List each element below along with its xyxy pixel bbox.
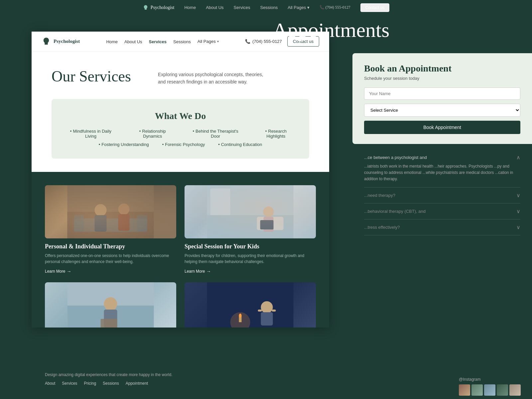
main-logo-area: Psychologist	[42, 37, 80, 46]
items-row-2: •Fostering Understanding •Forensic Psych…	[65, 142, 296, 147]
services-description: Exploring various psychological concepts…	[158, 68, 264, 86]
svg-rect-0	[67, 185, 154, 238]
faq-item-2: ...need therapy? ∨	[364, 188, 520, 203]
top-contact-button[interactable]: Contact us	[360, 3, 389, 12]
top-nav-sessions[interactable]: Sessions	[260, 5, 278, 10]
svg-point-26	[261, 301, 273, 313]
nav-sessions[interactable]: Sessions	[173, 39, 191, 44]
footer-link-pricing[interactable]: Pricing	[84, 381, 96, 386]
instagram-thumb-5[interactable]	[509, 384, 521, 396]
item-tag-3: •Behind the Therapist's Door	[189, 129, 243, 139]
card-2-desc: Provides therapy for children, supportin…	[185, 253, 316, 265]
instagram-grid	[459, 384, 525, 396]
svg-rect-10	[207, 215, 294, 238]
faq-question-2[interactable]: ...need therapy? ∨	[364, 192, 520, 199]
footer-link-about[interactable]: About	[45, 381, 55, 386]
what-we-do-title: What We Do	[65, 111, 296, 121]
item-tag-6: •Forensic Psychology	[162, 142, 205, 147]
instagram-thumb-2[interactable]	[471, 384, 483, 396]
footer-area: Design amazing digital experiences that …	[32, 366, 532, 399]
svg-rect-27	[261, 312, 273, 326]
main-logo-text: Psychologist	[54, 39, 80, 44]
services-title: Our Services	[52, 68, 138, 85]
faq-chevron-1-icon: ∧	[516, 154, 520, 161]
card-2-arrow-icon: →	[206, 269, 211, 274]
faq-question-1[interactable]: ...ce between a psychologist and ∧	[364, 154, 520, 161]
footer-link-services[interactable]: Services	[62, 381, 77, 386]
top-nav-services[interactable]: Services	[234, 5, 250, 10]
top-nav-home[interactable]: Home	[184, 5, 196, 10]
svg-rect-28	[258, 310, 262, 312]
faq-item-1: ...ce between a psychologist and ∧ ...ia…	[364, 150, 520, 188]
footer-links: About Services Pricing Sessions Appointm…	[45, 381, 519, 386]
faq-question-3[interactable]: ...behavioral therapy (CBT), and ∨	[364, 208, 520, 214]
appointment-name-input[interactable]	[364, 87, 520, 100]
item-tag-5: •Fostering Understanding	[99, 142, 149, 147]
svg-rect-6	[95, 215, 107, 232]
faq-section: ...ce between a psychologist and ∧ ...ia…	[352, 143, 532, 242]
card-1-title: Personal & Individual Therapy	[45, 243, 176, 250]
nav-about[interactable]: About Us	[124, 39, 142, 44]
book-appointment-button[interactable]: Book Appointment	[364, 121, 520, 134]
item-tag-2: •Relationship Dynamics	[130, 129, 175, 139]
instagram-thumb-3[interactable]	[484, 384, 495, 396]
card-1-learn-more[interactable]: Learn More →	[45, 269, 176, 274]
svg-rect-9	[207, 185, 294, 238]
faq-item-3: ...behavioral therapy (CBT), and ∨	[364, 203, 520, 219]
svg-rect-3	[74, 215, 84, 232]
appointment-card: Book an Appointment Schedule your sessio…	[352, 53, 532, 144]
top-phone: 📞 (704) 555-0127	[320, 5, 350, 10]
top-logo: Psychologist	[143, 5, 175, 11]
svg-rect-4	[137, 215, 147, 232]
svg-rect-1	[67, 212, 154, 238]
nav-home[interactable]: Home	[106, 39, 118, 44]
card-1-arrow-icon: →	[66, 269, 71, 274]
nav-allpages[interactable]: All Pages ▾	[198, 39, 219, 44]
footer-link-appointment[interactable]: Appointment	[126, 381, 148, 386]
item-tag-7: •Continuing Education	[218, 142, 262, 147]
svg-point-13	[263, 206, 274, 217]
svg-rect-21	[101, 319, 117, 328]
top-nav-allpages[interactable]: All Pages ▾	[288, 5, 310, 10]
what-we-do-items: •Mindfulness in Daily Living •Relationsh…	[65, 129, 296, 147]
footer-link-sessions[interactable]: Sessions	[103, 381, 119, 386]
faq-answer-1: ...iatrists both work in the mental heal…	[364, 163, 520, 183]
service-card-2: Special Session for Your Kids Provides t…	[185, 185, 316, 274]
footer-description: Design amazing digital experiences that …	[45, 372, 519, 377]
service-card-3	[45, 282, 176, 328]
faq-chevron-2-icon: ∨	[516, 192, 520, 199]
card-2-learn-more[interactable]: Learn More →	[185, 269, 316, 274]
phone-icon: 📞	[245, 39, 250, 44]
svg-rect-2	[74, 218, 147, 232]
svg-rect-29	[272, 310, 276, 312]
top-nav-about[interactable]: About Us	[206, 5, 223, 10]
svg-rect-16	[265, 212, 272, 215]
svg-point-19	[104, 297, 117, 311]
instagram-thumb-1[interactable]	[459, 384, 470, 396]
reading-card-image	[45, 282, 176, 328]
faq-chevron-4-icon: ∨	[516, 224, 520, 230]
appointments-heading-area: Appointments	[273, 18, 389, 42]
faq-chevron-3-icon: ∨	[516, 208, 520, 214]
nav-services[interactable]: Services	[149, 39, 167, 44]
therapy-illustration	[45, 185, 176, 238]
meditation-illustration	[185, 282, 316, 328]
appt-card-subtitle: Schedule your session today	[364, 76, 520, 81]
service-cards-grid: Personal & Individual Therapy Offers per…	[45, 185, 316, 328]
dark-services-section: Personal & Individual Therapy Offers per…	[32, 172, 329, 328]
main-logo-icon	[42, 37, 51, 46]
svg-rect-15	[260, 220, 274, 229]
reading-illustration	[45, 282, 176, 328]
svg-point-5	[95, 204, 107, 216]
what-we-do-box: What We Do •Mindfulness in Daily Living …	[52, 99, 309, 159]
instagram-section: @Instagram	[459, 377, 525, 396]
service-card-4	[185, 282, 316, 328]
top-logo-icon	[143, 5, 149, 11]
faq-item-4: ...tress effectively? ∨	[364, 219, 520, 235]
instagram-thumb-4[interactable]	[497, 384, 508, 396]
svg-rect-12	[257, 217, 284, 230]
top-navbar: Psychologist Home About Us Services Sess…	[0, 0, 532, 15]
appointment-service-select[interactable]: Select Service Individual Therapy Kids S…	[364, 104, 520, 117]
services-hero: Our Services Exploring various psycholog…	[32, 52, 329, 99]
faq-question-4[interactable]: ...tress effectively? ∨	[364, 224, 520, 230]
